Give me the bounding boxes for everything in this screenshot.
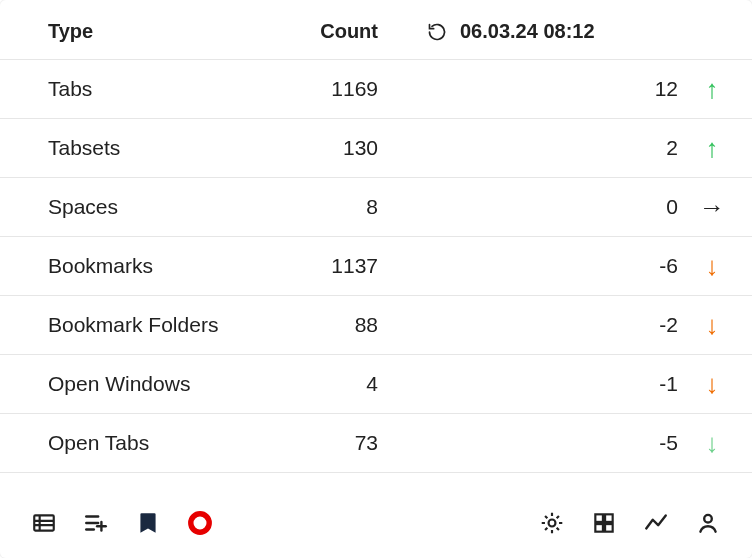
list-icon[interactable] [28,507,60,539]
arrow-down-icon: ↓ [694,253,730,279]
table-row: Tabsets1302↑ [0,119,752,178]
delta-value: -5 [628,431,688,455]
cell-type: Open Tabs [48,431,288,455]
delta-value: 2 [628,136,688,160]
cell-type: Tabs [48,77,288,101]
add-list-icon[interactable] [80,507,112,539]
table-row: Bookmark Folders88-2↓ [0,296,752,355]
cell-type: Tabsets [48,136,288,160]
bottom-nav-right [536,507,724,539]
arrow-down-icon: ↓ [694,371,730,397]
cell-delta: -2↓ [378,312,730,338]
table-row: Bookmarks1137-6↓ [0,237,752,296]
delta-value: -6 [628,254,688,278]
header-delta: 06.03.24 08:12 [378,20,730,43]
svg-point-15 [704,515,712,523]
header-timestamp: 06.03.24 08:12 [460,20,595,43]
cell-count: 73 [288,431,378,455]
cell-type: Bookmark Folders [48,313,288,337]
svg-point-10 [549,520,556,527]
arrow-down-icon: ↓ [694,312,730,338]
delta-value: 0 [628,195,688,219]
header-count: Count [288,20,378,43]
delta-value: -2 [628,313,688,337]
svg-rect-14 [605,524,613,532]
table-row: Open Tabs73-5↓ [0,414,752,473]
svg-rect-0 [34,515,54,530]
cell-count: 88 [288,313,378,337]
cell-count: 1137 [288,254,378,278]
svg-rect-12 [605,514,613,522]
cell-delta: 12↑ [378,76,730,102]
arrow-down-icon: ↓ [694,430,730,456]
bottom-nav-left [28,507,216,539]
table-row: Spaces80→ [0,178,752,237]
cell-type: Spaces [48,195,288,219]
arrow-right-icon: → [694,194,730,220]
bottom-nav [0,488,752,558]
stats-table: Type Count 06.03.24 08:12 Tabs116912↑Tab… [0,6,752,473]
table-row: Open Windows4-1↓ [0,355,752,414]
header-type: Type [48,20,288,43]
delta-value: -1 [628,372,688,396]
delta-value: 12 [628,77,688,101]
cell-count: 130 [288,136,378,160]
cell-count: 1169 [288,77,378,101]
table-header-row: Type Count 06.03.24 08:12 [0,6,752,60]
cell-count: 8 [288,195,378,219]
cell-delta: -5↓ [378,430,730,456]
cell-type: Open Windows [48,372,288,396]
chart-line-icon[interactable] [640,507,672,539]
arrow-up-icon: ↑ [694,76,730,102]
person-icon[interactable] [692,507,724,539]
svg-rect-11 [595,514,603,522]
table-body: Tabs116912↑Tabsets1302↑Spaces80→Bookmark… [0,60,752,473]
bookmark-icon[interactable] [132,507,164,539]
grid-icon[interactable] [588,507,620,539]
svg-rect-13 [595,524,603,532]
refresh-icon [426,21,448,43]
arrow-up-icon: ↑ [694,135,730,161]
cell-delta: 0→ [378,194,730,220]
stats-panel: Type Count 06.03.24 08:12 Tabs116912↑Tab… [0,0,752,558]
record-icon[interactable] [184,507,216,539]
gear-icon[interactable] [536,507,568,539]
cell-delta: 2↑ [378,135,730,161]
table-row: Tabs116912↑ [0,60,752,119]
cell-delta: -1↓ [378,371,730,397]
cell-delta: -6↓ [378,253,730,279]
svg-point-9 [191,514,209,532]
cell-type: Bookmarks [48,254,288,278]
cell-count: 4 [288,372,378,396]
